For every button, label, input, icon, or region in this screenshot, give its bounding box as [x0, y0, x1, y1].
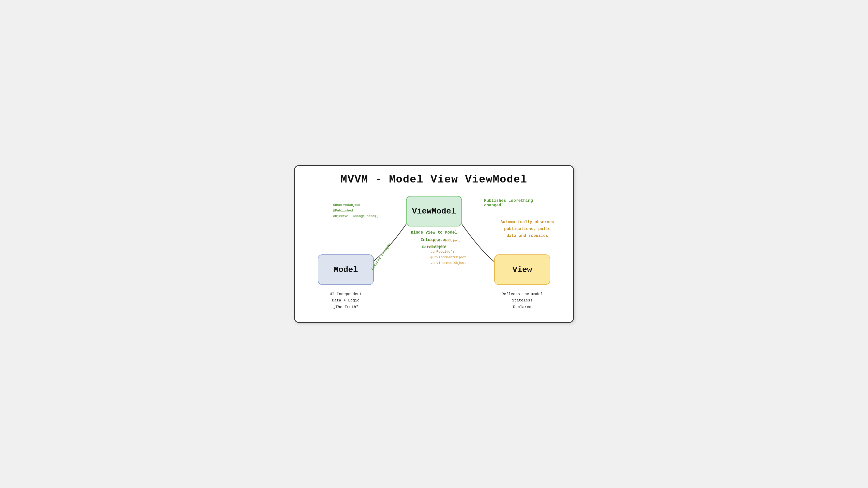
view-description: Reflects the model Stateless Declared	[494, 291, 550, 311]
notices-changes-label: notices changes	[370, 242, 392, 271]
viewmodel-box: ViewModel	[406, 196, 462, 226]
view-label: View	[513, 265, 532, 274]
view-box: View	[494, 254, 550, 285]
view-code-annotation: @ObservedObject @Binding .onReceive() @E…	[430, 238, 466, 266]
model-desc-line2: Data + Logic	[318, 297, 374, 304]
viewmodel-label: ViewModel	[412, 207, 456, 216]
model-desc-line3: „The Truth"	[318, 304, 374, 311]
diagram-container: MVVM - Model View ViewModel ViewModel Mo…	[294, 165, 574, 323]
viewmodel-desc-line1: Binds View to Model	[411, 229, 457, 236]
view-desc-line2: Stateless	[494, 297, 550, 304]
model-label: Model	[334, 265, 358, 274]
publishes-text: Publishes „something changed"	[484, 198, 548, 208]
auto-observe-text: Automatically observes publications, pul…	[499, 219, 555, 240]
main-title: MVVM - Model View ViewModel	[305, 173, 563, 186]
view-desc-line3: Declared	[494, 304, 550, 311]
view-desc-line1: Reflects the model	[494, 291, 550, 298]
model-box: Model	[318, 254, 374, 285]
model-description: UI Independent Data + Logic „The Truth"	[318, 291, 374, 311]
diagram-area: ViewModel Model View Binds View to Model…	[305, 191, 563, 316]
model-desc-line1: UI Independent	[318, 291, 374, 298]
model-code-annotation: ObservedObject @Published objectWillChan…	[333, 202, 379, 219]
